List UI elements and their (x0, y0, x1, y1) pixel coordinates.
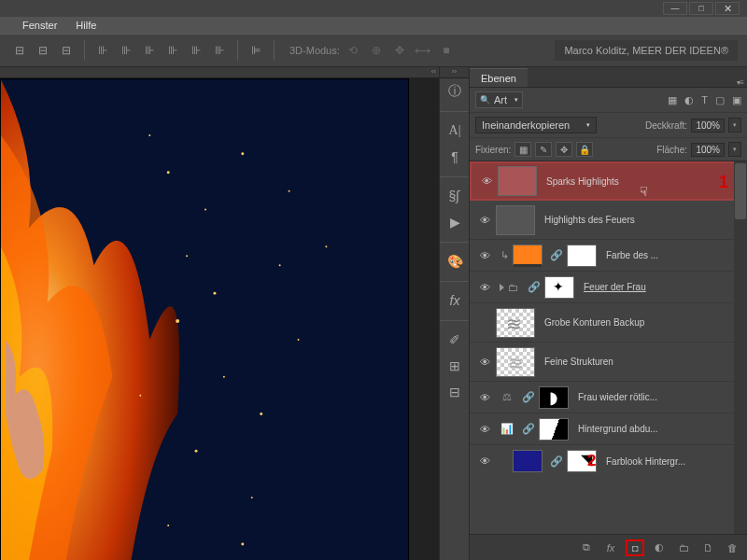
layer-label[interactable]: Frau wieder rötlic... (578, 392, 657, 402)
roll3d-icon[interactable]: ⊕ (366, 40, 387, 61)
new-group-icon[interactable]: 🗀 (674, 539, 693, 556)
lock-transparent-icon[interactable]: ▦ (514, 142, 531, 157)
visibility-toggle[interactable]: 👁 (473, 282, 496, 293)
layer-mask-thumb[interactable] (539, 418, 569, 441)
distribute-4-icon[interactable]: ⊪ (162, 40, 183, 61)
brushes-icon[interactable]: ✐ (440, 327, 470, 353)
brush-presets-icon[interactable]: ⊞ (440, 353, 470, 379)
slide3d-icon[interactable]: ⟷ (413, 40, 433, 61)
menu-fenster[interactable]: Fenster (22, 20, 57, 31)
align-left-icon[interactable]: ⊟ (9, 40, 30, 61)
new-adjustment-icon[interactable]: ◐ (650, 539, 669, 556)
expand-icon[interactable] (500, 284, 504, 291)
panel-menu-icon[interactable]: ▾≡ (733, 78, 747, 87)
align-right-icon[interactable]: ⊟ (56, 40, 77, 61)
align-center-icon[interactable]: ⊟ (33, 40, 53, 61)
svg-point-7 (260, 413, 262, 415)
layer-label[interactable]: Farbe des ... (606, 250, 658, 260)
visibility-toggle[interactable]: 👁 (473, 215, 496, 226)
layer-group-feuer-frau[interactable]: 👁 🗀 🔗 ✦ Feuer der Frau (470, 272, 747, 303)
lock-all-icon[interactable]: 🔒 (576, 142, 593, 157)
lock-pixels-icon[interactable]: ✎ (535, 142, 552, 157)
close-button[interactable]: ✕ (715, 2, 740, 15)
layer-label[interactable]: Grobe Konturen Backup (544, 317, 644, 328)
visibility-toggle[interactable]: 👁 (473, 424, 496, 435)
fill-flyout[interactable]: ▾ (728, 142, 741, 157)
filter-pixel-icon[interactable]: ▦ (668, 94, 677, 106)
opacity-flyout[interactable]: ▾ (728, 118, 741, 133)
distribute-2-icon[interactable]: ⊪ (116, 40, 136, 61)
pan3d-icon[interactable]: ✥ (389, 40, 410, 61)
layer-sparks-highlights[interactable]: 👁 Sparks Highlights 1 ☟ (470, 161, 747, 201)
minimize-button[interactable]: — (663, 2, 687, 15)
styles-icon[interactable]: fx (440, 287, 470, 314)
layer-hintergrund-abdu[interactable]: 👁 📊 🔗 Hintergrund abdu... (470, 413, 747, 445)
document-canvas[interactable] (0, 78, 409, 560)
fill-value[interactable]: 100% (691, 143, 725, 157)
distribute-3-icon[interactable]: ⊪ (139, 40, 160, 61)
layer-farbe-des[interactable]: 👁 ↳ 🔗 Farbe des ... (470, 240, 747, 272)
glyph-icon[interactable]: §ʃ (440, 183, 470, 209)
filter-shape-icon[interactable]: ▢ (715, 94, 725, 106)
layer-label[interactable]: Hintergrund abdu... (578, 424, 658, 434)
opacity-value[interactable]: 100% (691, 119, 725, 133)
distribute-1-icon[interactable]: ⊪ (92, 40, 113, 61)
layer-thumb[interactable]: ≋ (496, 347, 535, 377)
canvas-area[interactable]: ‹‹ (0, 67, 439, 560)
play-icon[interactable]: ▶ (440, 209, 470, 235)
distribute-6-icon[interactable]: ⊪ (209, 40, 230, 61)
lock-position-icon[interactable]: ✥ (556, 142, 572, 157)
layer-thumb[interactable] (496, 205, 535, 235)
layer-label[interactable]: Sparks Highlights (546, 176, 619, 187)
character-icon[interactable]: A| (440, 118, 470, 144)
orbit3d-icon[interactable]: ⟲ (343, 40, 363, 61)
filter-adjustment-icon[interactable]: ◐ (684, 94, 694, 106)
filter-type-icon[interactable]: T (701, 94, 708, 106)
layer-thumb[interactable] (513, 450, 543, 472)
swatches-icon[interactable]: 🎨 (440, 248, 470, 274)
layer-feine-strukturen[interactable]: 👁 ≋ Feine Strukturen (470, 343, 747, 382)
maximize-button[interactable]: □ (689, 2, 713, 15)
visibility-toggle[interactable]: 👁 (473, 455, 496, 467)
layers-list[interactable]: 👁 Sparks Highlights 1 ☟ 👁 Highlights des… (470, 161, 747, 534)
delete-layer-icon[interactable]: 🗑 (723, 539, 741, 556)
layer-highlights-feuers[interactable]: 👁 Highlights des Feuers (470, 201, 747, 240)
layer-thumb[interactable] (498, 166, 537, 196)
layer-label[interactable]: Farblook Hintergr... (606, 456, 685, 467)
add-mask-icon[interactable]: ◘ (626, 539, 644, 556)
visibility-toggle[interactable]: 👁 (473, 357, 496, 368)
layer-style-icon[interactable]: fx (601, 539, 620, 556)
visibility-toggle[interactable]: 👁 (473, 392, 496, 403)
layer-thumb[interactable]: ≋ (496, 308, 535, 338)
menu-hilfe[interactable]: Hilfe (76, 20, 96, 31)
layer-label[interactable]: Highlights des Feuers (544, 215, 635, 225)
group-mask-thumb[interactable]: ✦ (544, 276, 574, 299)
new-layer-icon[interactable]: 🗋 (698, 539, 717, 556)
canvas-collapse-bar[interactable]: ‹‹ (0, 67, 439, 78)
layer-mask-thumb[interactable]: ◗ (539, 386, 569, 409)
layer-farblook-hintergr[interactable]: 👁 🔗 ◥ 2 Farblook Hintergr... (470, 445, 747, 477)
brand-label[interactable]: Marco Kolditz, MEER DER IDEEN® (555, 40, 738, 61)
distribute-spacing-icon[interactable]: ⊫ (246, 40, 266, 61)
layer-thumb[interactable] (513, 245, 543, 267)
layers-tab[interactable]: Ebenen (470, 68, 528, 87)
layer-label[interactable]: Feuer der Frau (584, 282, 646, 292)
zoom3d-icon[interactable]: ■ (436, 40, 457, 61)
layer-mask-thumb[interactable] (567, 245, 597, 267)
layer-frau-rotlich[interactable]: 👁 ⚖ 🔗 ◗ Frau wieder rötlic... (470, 382, 747, 413)
paragraph-icon[interactable]: ¶ (440, 144, 470, 170)
layers-scrollbar[interactable] (734, 161, 747, 534)
layer-grobe-konturen[interactable]: ≋ Grobe Konturen Backup (470, 303, 747, 343)
visibility-toggle[interactable]: 👁 (475, 175, 498, 187)
tool-presets-icon[interactable]: ⊟ (440, 379, 470, 405)
dock-collapse-bar[interactable]: ›› (440, 67, 469, 78)
layer-filter-type[interactable]: 🔍 Art ▾ (475, 91, 523, 108)
scrollbar-thumb[interactable] (735, 163, 746, 219)
distribute-5-icon[interactable]: ⊪ (186, 40, 206, 61)
link-layers-icon[interactable]: ⧉ (577, 539, 596, 556)
blend-mode-dropdown[interactable]: Ineinanderkopieren▾ (475, 117, 597, 133)
filter-smart-icon[interactable]: ▣ (732, 94, 741, 106)
properties-icon[interactable]: ⓘ (440, 78, 470, 105)
layer-label[interactable]: Feine Strukturen (544, 357, 613, 367)
visibility-toggle[interactable]: 👁 (473, 250, 496, 261)
